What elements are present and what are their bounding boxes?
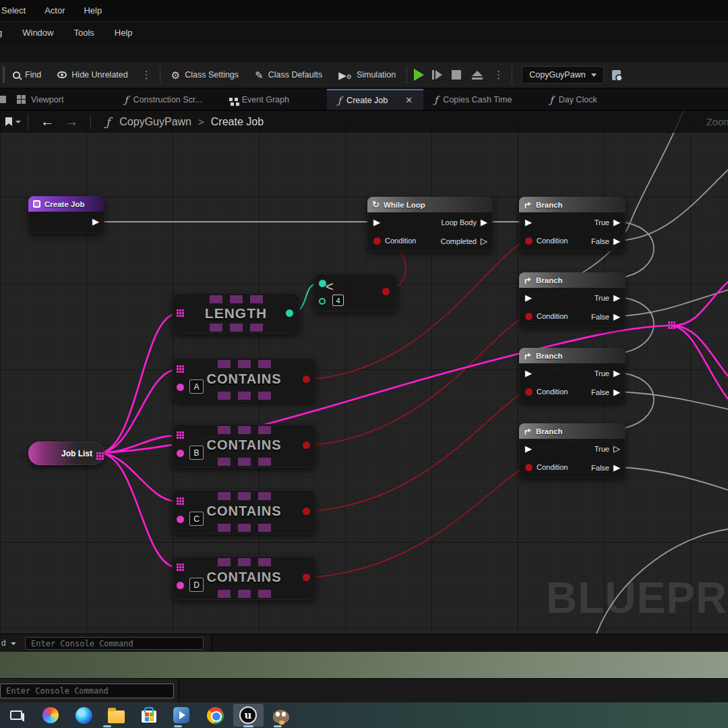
console-command-input[interactable] xyxy=(25,637,204,650)
hide-unrelated-options-icon[interactable]: ⋮ xyxy=(136,69,157,81)
exec-in-pin[interactable]: ▶ xyxy=(525,293,532,302)
string-value-input[interactable]: A xyxy=(189,380,204,394)
exec-in-pin[interactable]: ▶ xyxy=(525,369,532,377)
back-button[interactable]: ← xyxy=(35,114,59,129)
blueprint-graph-canvas[interactable]: BLUEPRINT xyxy=(0,111,728,634)
menu-help[interactable]: Help xyxy=(115,28,133,38)
tab-construction-script[interactable]: ƒ Construction Scr... xyxy=(113,89,212,110)
media-player-icon[interactable] xyxy=(172,706,191,725)
unreal-engine-icon[interactable]: u xyxy=(239,706,257,725)
bool-out-pin[interactable] xyxy=(303,442,310,449)
eject-button[interactable] xyxy=(472,71,483,80)
exec-in-pin[interactable]: ▶ xyxy=(525,218,532,226)
bool-out-pin[interactable] xyxy=(303,508,310,515)
string-in-pin[interactable] xyxy=(177,516,184,523)
gimp-icon[interactable] xyxy=(272,706,291,725)
play-options-icon[interactable]: ⋮ xyxy=(488,69,509,81)
breadcrumb-function[interactable]: Create Job xyxy=(211,116,264,128)
exec-out-pin[interactable]: ▶ xyxy=(92,217,99,226)
edge-icon[interactable] xyxy=(74,706,93,725)
frame-skip-button[interactable] xyxy=(432,70,442,80)
condition-pin[interactable]: Condition xyxy=(525,388,568,396)
array-in-pin[interactable] xyxy=(177,497,179,499)
string-in-pin[interactable] xyxy=(177,384,184,391)
bookmark-icon[interactable] xyxy=(5,117,12,126)
tab-day-clock[interactable]: ƒ Day Clock xyxy=(539,89,607,110)
file-explorer-icon[interactable] xyxy=(107,706,125,725)
string-value-input[interactable]: C xyxy=(189,512,204,526)
false-pin[interactable]: False▶ xyxy=(591,312,620,321)
node-contains-c[interactable]: CONTAINS C xyxy=(172,490,316,534)
node-branch-3[interactable]: Branch ▶ True▶ Condition False▶ xyxy=(519,348,626,402)
bool-out-pin[interactable] xyxy=(303,375,310,383)
reroute-node[interactable] xyxy=(668,322,670,324)
int-in-pin-a[interactable] xyxy=(319,280,326,287)
array-in-pin[interactable] xyxy=(177,365,179,367)
menu-actor[interactable]: Actor xyxy=(44,5,65,16)
class-defaults-button[interactable]: ✎ Class Defaults xyxy=(247,62,330,88)
array-in-pin[interactable] xyxy=(177,309,179,311)
true-pin[interactable]: True▶ xyxy=(595,293,620,302)
menu-window[interactable]: Window xyxy=(22,28,53,38)
int-out-pin[interactable] xyxy=(286,309,293,317)
node-create-job[interactable]: Create Job ▶ xyxy=(28,196,104,233)
task-view-icon[interactable] xyxy=(7,706,26,725)
tab-viewport[interactable]: Viewport xyxy=(6,89,74,110)
exec-in-pin[interactable]: ▶ xyxy=(373,218,380,226)
find-button[interactable]: Find xyxy=(5,62,49,88)
menu-select[interactable]: Select xyxy=(1,5,26,16)
true-pin[interactable]: True▶ xyxy=(595,369,620,377)
close-icon[interactable]: ✕ xyxy=(405,95,413,105)
node-branch-1[interactable]: Branch ▶ True▶ Condition False▶ xyxy=(519,197,626,251)
menu-cut-item[interactable]: g xyxy=(0,28,2,38)
true-pin[interactable]: True▷ xyxy=(595,444,620,453)
condition-pin[interactable]: Condition xyxy=(525,463,568,471)
node-job-list[interactable]: Job List xyxy=(28,442,104,465)
chevron-down-icon[interactable] xyxy=(16,121,21,123)
bool-out-pin[interactable] xyxy=(303,574,310,581)
tab-create-job[interactable]: ƒ Create Job ✕ xyxy=(327,89,423,110)
breadcrumb-class[interactable]: CopyGuyPawn xyxy=(119,116,191,128)
condition-pin[interactable]: Condition xyxy=(373,237,416,245)
false-pin[interactable]: False▶ xyxy=(591,388,620,396)
node-while-loop[interactable]: ↻ While Loop ▶ Loop Body▶ Condition Comp… xyxy=(367,197,493,251)
node-length[interactable]: LENGTH xyxy=(172,293,300,334)
tab-copies-cash-time[interactable]: ƒ Copies Cash Time xyxy=(423,89,522,110)
string-in-pin[interactable] xyxy=(177,582,184,589)
microsoft-store-icon[interactable] xyxy=(140,706,158,725)
forward-button[interactable]: → xyxy=(59,114,84,129)
loop-body-pin[interactable]: Loop Body▶ xyxy=(441,218,487,226)
string-value-input[interactable]: B xyxy=(189,446,204,460)
value-input[interactable]: 4 xyxy=(332,295,344,306)
string-value-input[interactable]: D xyxy=(189,578,204,592)
bool-out-pin[interactable] xyxy=(382,288,390,295)
debug-object-dropdown[interactable]: CopyGuyPawn xyxy=(522,66,603,84)
array-in-pin[interactable] xyxy=(177,431,179,433)
console-command-input-2[interactable] xyxy=(0,684,174,698)
play-button[interactable] xyxy=(414,69,424,81)
false-pin[interactable]: False▶ xyxy=(591,463,620,472)
condition-pin[interactable]: Condition xyxy=(525,312,568,320)
chrome-icon[interactable] xyxy=(206,706,224,725)
chevron-down-icon[interactable] xyxy=(11,642,16,645)
copilot-icon[interactable] xyxy=(41,706,60,725)
condition-pin[interactable]: Condition xyxy=(525,237,568,245)
node-less-than[interactable]: < 4 xyxy=(313,274,398,311)
node-branch-4[interactable]: Branch ▶ True▷ Condition False▶ xyxy=(519,423,626,478)
menu-tools[interactable]: Tools xyxy=(73,28,94,38)
tab-event-graph[interactable]: Event Graph xyxy=(218,89,300,110)
menu-help-top[interactable]: Help xyxy=(84,5,102,16)
stop-button[interactable] xyxy=(452,70,461,80)
completed-pin[interactable]: Completed▷ xyxy=(441,237,487,245)
int-in-pin-b[interactable] xyxy=(319,298,326,305)
array-in-pin[interactable] xyxy=(177,564,179,566)
string-in-pin[interactable] xyxy=(177,450,184,457)
node-contains-b[interactable]: CONTAINS B xyxy=(172,424,316,468)
true-pin[interactable]: True▶ xyxy=(595,218,620,226)
node-branch-2[interactable]: Branch ▶ True▶ Condition False▶ xyxy=(519,272,626,327)
node-contains-a[interactable]: CONTAINS A xyxy=(172,358,316,402)
console-filter-label[interactable]: d xyxy=(1,638,6,648)
false-pin[interactable]: False▶ xyxy=(591,237,620,245)
class-settings-button[interactable]: ⚙ Class Settings xyxy=(163,62,247,88)
hide-unrelated-button[interactable]: Hide Unrelated xyxy=(49,62,135,88)
